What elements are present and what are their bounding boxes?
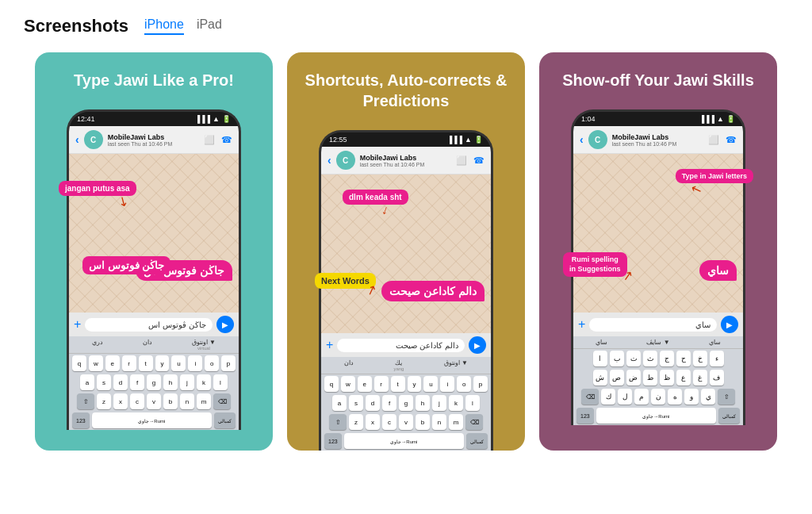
suggestions-3: ساي ▼ سايڤ ساي: [573, 336, 743, 349]
chat-icons-2: ⬜☎: [456, 155, 485, 166]
input-plus-3[interactable]: +: [578, 317, 585, 332]
back-btn-3[interactable]: ‹: [580, 133, 584, 146]
time-2: 12:55: [329, 136, 347, 144]
back-btn-2[interactable]: ‹: [327, 154, 331, 167]
annotation-dlm: dlm keada sht: [343, 190, 408, 205]
key-t[interactable]: t: [139, 355, 153, 371]
input-field-1[interactable]: جاڬن ڤوتوس اس: [85, 318, 213, 332]
keyboard-1: q w e r t y u i o p a s d: [69, 354, 239, 430]
key-o[interactable]: o: [205, 355, 219, 371]
annotation-type: Type in Jawi letters: [676, 169, 753, 183]
chat-bubble-3: ساي: [699, 260, 737, 281]
page-title: Screenshots: [24, 16, 128, 36]
key-a[interactable]: a: [80, 374, 94, 390]
key-k[interactable]: k: [197, 374, 211, 390]
input-bar-2: + دالم كاداعن صيحت ▶: [321, 333, 491, 357]
key-n[interactable]: n: [180, 393, 194, 409]
avatar-3: C: [588, 130, 607, 149]
key-p[interactable]: p: [221, 355, 236, 371]
chat-info-1: MobileJawi Labs last seen Thu at 10:46 P…: [108, 133, 199, 147]
avatar-1: C: [84, 130, 103, 149]
key-z[interactable]: z: [97, 393, 111, 409]
key-backspace[interactable]: ⌫: [213, 393, 231, 409]
screenshot-card-2: Shortcuts, Auto-corrects & Predictions d…: [287, 52, 525, 451]
key-x[interactable]: x: [113, 393, 128, 409]
chat-info-3: MobileJawi Labs last seen Thu at 10:46 P…: [612, 133, 703, 147]
suggestions-1: دري دان ▼ اونتوق virtual: [69, 336, 239, 354]
input-bar-1: + جاڬن ڤوتوس اس ▶: [69, 313, 239, 336]
key-v[interactable]: v: [147, 393, 161, 409]
send-btn-1[interactable]: ▶: [216, 316, 234, 333]
send-btn-3[interactable]: ▶: [721, 316, 738, 333]
tab-iphone[interactable]: iPhone: [144, 17, 184, 35]
key-d[interactable]: d: [113, 374, 128, 390]
key-y[interactable]: y: [155, 355, 170, 371]
input-field-2[interactable]: دالم كاداعن صيحت: [337, 339, 465, 352]
key-e[interactable]: e: [105, 355, 120, 371]
key-f[interactable]: f: [130, 374, 144, 390]
annotation-rumi: Rumi spellingin Suggestions: [563, 252, 627, 277]
tab-ipad[interactable]: iPad: [197, 17, 222, 35]
key-m[interactable]: m: [197, 393, 211, 409]
input-plus-2[interactable]: +: [326, 338, 333, 352]
key-rumi[interactable]: Rumi→جاوي: [92, 412, 212, 428]
key-u[interactable]: u: [171, 355, 186, 371]
key-shift[interactable]: ⇧: [77, 393, 94, 409]
input-bar-3: + ساي ▶: [573, 313, 743, 336]
avatar-2: C: [336, 151, 355, 170]
key-j[interactable]: j: [180, 374, 194, 390]
chat-bubble-2: دالم كاداعن صيحت: [381, 281, 485, 301]
key-c[interactable]: c: [130, 393, 144, 409]
card-title-3: Show-off Your Jawi Skills: [562, 70, 754, 90]
key-i[interactable]: i: [188, 355, 202, 371]
key-q[interactable]: q: [72, 355, 86, 371]
screenshot-card-1: Type Jawi Like a Pro! jangan putus asa ↘…: [35, 52, 273, 451]
phone-outer-3: Type in Jawi letters ↘ Rumi spellingin S…: [571, 109, 745, 425]
chat-info-2: MobileJawi Labs last seen Thu at 10:46 P…: [360, 154, 451, 167]
key-r[interactable]: r: [122, 355, 136, 371]
screenshots-row: Type Jawi Like a Pro! jangan putus asa ↘…: [24, 52, 788, 451]
key-b[interactable]: b: [163, 393, 178, 409]
key-l[interactable]: l: [213, 374, 228, 390]
phone-outer-1: jangan putus asa ↘ جاڬن فوتوس اس 12:41 ▐…: [67, 109, 241, 430]
time-1: 12:41: [77, 115, 95, 123]
key-s[interactable]: s: [97, 374, 111, 390]
key-return[interactable]: كمبالي: [214, 412, 236, 428]
input-field-3[interactable]: ساي: [589, 318, 717, 332]
chat-bg-1: جاڬن فوتوس اس: [69, 154, 239, 313]
card-title-1: Type Jawi Like a Pro!: [74, 70, 234, 90]
input-plus-1[interactable]: +: [74, 317, 81, 332]
key-123[interactable]: 123: [72, 412, 90, 428]
screenshot-card-3: Show-off Your Jawi Skills Type in Jawi l…: [539, 52, 777, 451]
key-g[interactable]: g: [147, 374, 161, 390]
key-w[interactable]: w: [89, 355, 103, 371]
header: Screenshots iPhone iPad: [24, 16, 788, 36]
back-btn-1[interactable]: ‹: [75, 133, 79, 146]
annotation-jawi-bubble: جاڬن فوتوس اس: [82, 256, 170, 274]
time-3: 1:04: [581, 115, 596, 123]
key-h[interactable]: h: [163, 374, 178, 390]
send-btn-2[interactable]: ▶: [469, 336, 486, 354]
suggestions-2: دان يڬ yang ▼ اونتوق: [321, 357, 491, 374]
card-title-2: Shortcuts, Auto-corrects & Predictions: [301, 70, 511, 111]
chat-icons-3: ⬜☎: [708, 135, 737, 145]
keyboard-2: q w e r t y u i o p a s d: [321, 374, 491, 451]
tab-bar: iPhone iPad: [144, 17, 222, 35]
chat-icons-1: ⬜☎: [204, 135, 232, 145]
keyboard-bottom-1: 123 Rumi→جاوي كمبالي: [69, 411, 239, 430]
keyboard-3: ء خ ح ج ث ت ب ا ف غ ع ظ ط: [573, 349, 743, 425]
phone-outer-2: dlm keada sht ↓ Next Words ↗ 12:55 ▐▐▐▲🔋…: [319, 130, 493, 451]
